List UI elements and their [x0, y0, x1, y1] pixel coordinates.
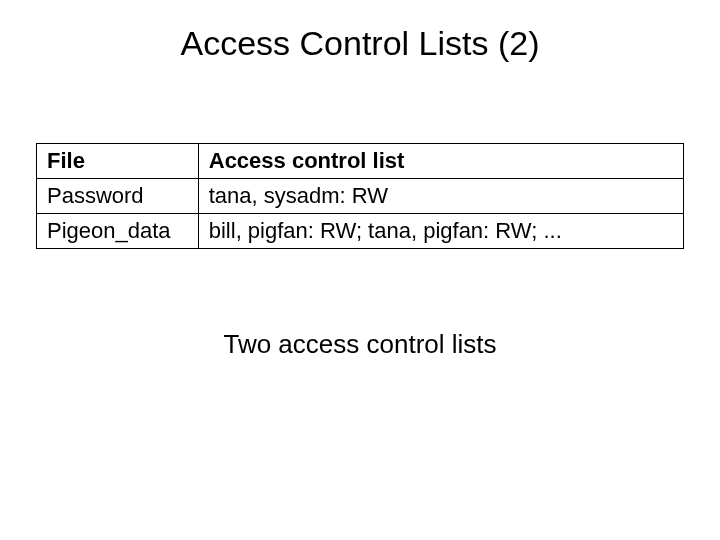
cell-acl: tana, sysadm: RW	[198, 179, 683, 214]
header-acl: Access control list	[198, 144, 683, 179]
table-header-row: File Access control list	[37, 144, 684, 179]
caption: Two access control lists	[0, 329, 720, 360]
slide-title: Access Control Lists (2)	[0, 0, 720, 73]
cell-file: Pigeon_data	[37, 214, 199, 249]
table-row: Pigeon_data bill, pigfan: RW; tana, pigf…	[37, 214, 684, 249]
acl-table-container: File Access control list Password tana, …	[36, 143, 684, 249]
cell-acl: bill, pigfan: RW; tana, pigfan: RW; ...	[198, 214, 683, 249]
header-file: File	[37, 144, 199, 179]
acl-table: File Access control list Password tana, …	[36, 143, 684, 249]
table-row: Password tana, sysadm: RW	[37, 179, 684, 214]
cell-file: Password	[37, 179, 199, 214]
